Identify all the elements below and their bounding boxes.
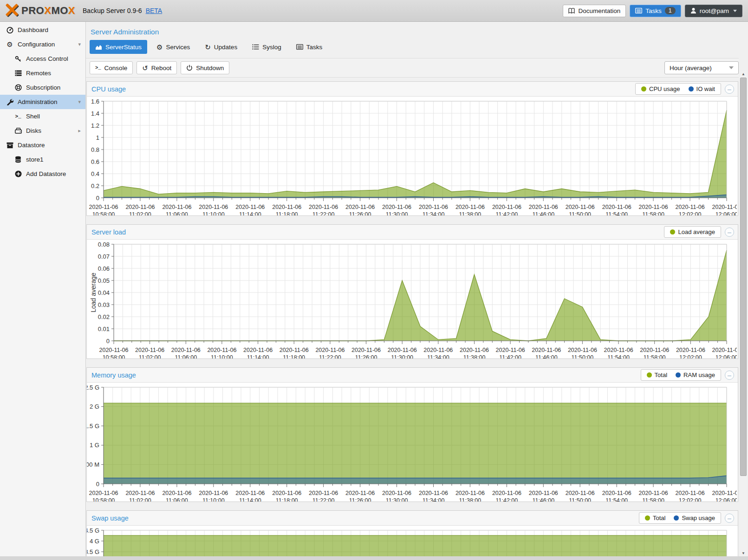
svg-text:12:02:00: 12:02:00 [679, 211, 702, 215]
svg-text:2020-11-06: 2020-11-06 [125, 490, 155, 496]
book-icon [568, 8, 575, 14]
timeframe-select[interactable]: Hour (average) [664, 61, 739, 74]
collapse-icon[interactable]: – [725, 228, 734, 237]
sidebar-item-disks[interactable]: Disks ▸ [0, 124, 85, 138]
svg-text:2020-11-06: 2020-11-06 [496, 347, 525, 353]
sidebar-item-label: Add Datastore [26, 170, 66, 177]
svg-text:11:14:00: 11:14:00 [239, 211, 261, 215]
svg-text:1.6: 1.6 [91, 98, 99, 105]
svg-text:2020-11-06: 2020-11-06 [529, 490, 558, 496]
tab-tasks[interactable]: Tasks [291, 40, 328, 54]
task-count-badge: 1 [665, 7, 676, 14]
svg-text:2020-11-06: 2020-11-06 [492, 490, 521, 496]
scrollbar-thumb[interactable] [740, 78, 747, 476]
caret-down-icon[interactable]: ▾ [78, 99, 81, 105]
scroll-up-icon[interactable]: ▲ [740, 71, 747, 77]
sidebar-item-add-datastore[interactable]: Add Datastore [0, 167, 85, 181]
shutdown-button[interactable]: Shutdown [181, 61, 229, 74]
tasks-button[interactable]: Tasks 1 [630, 5, 681, 17]
svg-text:2020-11-06: 2020-11-06 [460, 347, 489, 353]
svg-text:2020-11-06: 2020-11-06 [388, 347, 417, 353]
svg-text:0.05: 0.05 [98, 277, 110, 284]
sidebar-item-remotes[interactable]: Remotes [0, 66, 85, 80]
documentation-label: Documentation [578, 7, 620, 14]
collapse-icon[interactable]: – [725, 371, 734, 380]
scroll-down-icon[interactable]: ▼ [740, 550, 747, 556]
svg-text:2020-11-06: 2020-11-06 [602, 204, 631, 210]
tab-label: Updates [214, 44, 237, 51]
svg-text:11:30:00: 11:30:00 [386, 497, 408, 501]
caret-down-icon[interactable]: ▾ [78, 41, 81, 47]
svg-text:2020-11-06: 2020-11-06 [243, 347, 273, 353]
sidebar-item-access-control[interactable]: Access Control [0, 52, 85, 66]
svg-text:2020-11-06: 2020-11-06 [639, 204, 668, 210]
svg-text:0.06: 0.06 [98, 265, 110, 272]
legend: CPU usage IO wait [635, 83, 721, 95]
vertical-scrollbar[interactable]: ▲ ▼ [740, 71, 747, 556]
sidebar-item-label: Administration [18, 98, 58, 105]
collapse-icon[interactable]: – [725, 85, 734, 94]
beta-link[interactable]: BETA [146, 7, 163, 14]
sidebar-item-administration[interactable]: Administration ▾ [0, 95, 85, 109]
tab-updates[interactable]: ↻ Updates [199, 40, 243, 54]
database-icon [13, 156, 23, 163]
svg-text:11:30:00: 11:30:00 [391, 354, 413, 358]
svg-text:3.5 G: 3.5 G [87, 548, 99, 555]
legend: Total Swap usage [639, 512, 721, 524]
svg-text:11:38:00: 11:38:00 [459, 211, 481, 215]
console-button[interactable]: >_ Console [90, 61, 133, 74]
sidebar-item-label: store1 [26, 156, 44, 163]
svg-text:11:50:00: 11:50:00 [569, 497, 591, 501]
caret-right-icon[interactable]: ▸ [78, 128, 81, 134]
product-title: Backup Server 0.9-6 [83, 7, 142, 14]
legend-label: IO wait [696, 85, 715, 92]
panel-title: Memory usage [91, 371, 136, 379]
sidebar-item-label: Datastore [18, 142, 45, 149]
collapse-icon[interactable]: – [725, 514, 734, 523]
sidebar-item-dashboard[interactable]: Dashboard [0, 23, 85, 37]
svg-text:12:06:00: 12:06:00 [715, 497, 737, 501]
bottom-edge [0, 556, 748, 560]
tab-syslog[interactable]: Syslog [247, 40, 287, 54]
legend-dot-swap-usage [674, 515, 679, 521]
sidebar-item-shell[interactable]: >_ Shell [0, 109, 85, 124]
charts-region: CPU usage CPU usage IO wait – 00.20.40.6… [86, 78, 739, 560]
sidebar-item-datastore[interactable]: Datastore [0, 138, 85, 152]
svg-text:11:06:00: 11:06:00 [166, 211, 188, 215]
sidebar-item-subscription[interactable]: Subscription [0, 80, 85, 95]
documentation-button[interactable]: Documentation [563, 5, 626, 17]
plus-circle-icon [13, 170, 23, 177]
svg-text:0: 0 [96, 481, 99, 488]
svg-text:11:46:00: 11:46:00 [532, 211, 554, 215]
tab-services[interactable]: ⚙ Services [151, 40, 195, 54]
svg-text:2020-11-06: 2020-11-06 [280, 347, 309, 353]
svg-text:11:54:00: 11:54:00 [605, 497, 628, 501]
svg-text:11:26:00: 11:26:00 [349, 497, 371, 501]
tab-serverstatus[interactable]: ServerStatus [90, 40, 147, 54]
tabbar: ServerStatus ⚙ Services ↻ Updates Syslog… [86, 40, 739, 54]
svg-text:10:58:00: 10:58:00 [103, 354, 125, 358]
svg-text:2020-11-06: 2020-11-06 [171, 347, 201, 353]
svg-text:11:10:00: 11:10:00 [202, 211, 225, 215]
svg-text:11:18:00: 11:18:00 [276, 211, 298, 215]
sidebar-item-configuration[interactable]: ⚙ Configuration ▾ [0, 37, 85, 52]
svg-text:1.4: 1.4 [91, 110, 99, 117]
svg-text:11:14:00: 11:14:00 [247, 354, 269, 358]
svg-text:1: 1 [96, 134, 99, 141]
svg-text:2020-11-06: 2020-11-06 [566, 490, 595, 496]
gears-icon: ⚙ [156, 44, 163, 51]
sidebar-item-store1[interactable]: store1 [0, 152, 85, 167]
svg-text:2020-11-06: 2020-11-06 [532, 347, 561, 353]
svg-text:12:02:00: 12:02:00 [679, 497, 702, 501]
power-icon [186, 65, 193, 71]
user-menu-button[interactable]: root@pam [685, 5, 742, 17]
svg-text:2020-11-06: 2020-11-06 [162, 490, 191, 496]
legend: Total RAM usage [641, 369, 721, 381]
svg-text:11:54:00: 11:54:00 [607, 354, 630, 358]
sidebar-item-label: Configuration [18, 41, 55, 48]
reboot-button[interactable]: ↺ Reboot [137, 61, 177, 74]
svg-text:11:42:00: 11:42:00 [496, 211, 518, 215]
server-list-icon [13, 70, 23, 76]
svg-text:4.5 G: 4.5 G [87, 527, 99, 534]
svg-text:11:06:00: 11:06:00 [166, 497, 188, 501]
